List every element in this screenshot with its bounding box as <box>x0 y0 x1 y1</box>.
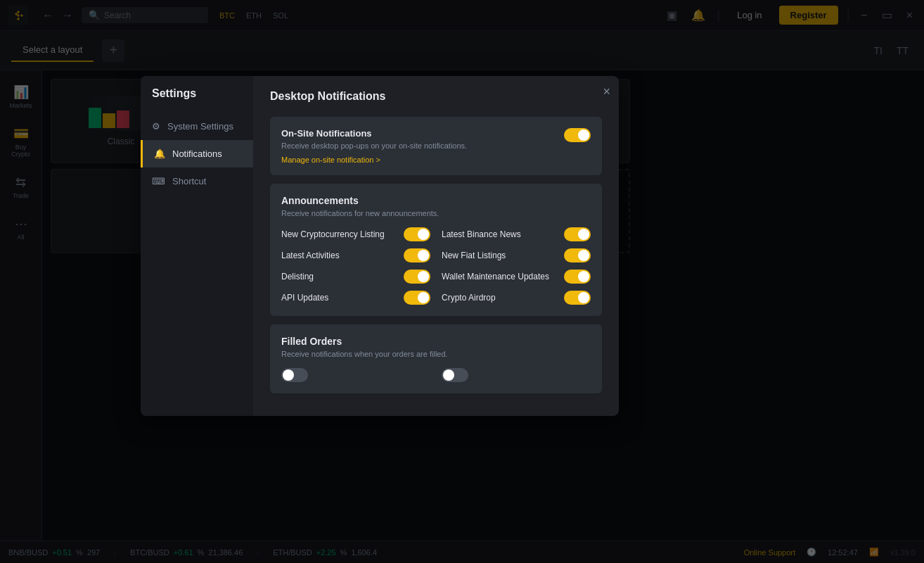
settings-nav-label-notifications: Notifications <box>172 148 222 159</box>
onsite-title: On-Site Notifications <box>281 128 467 139</box>
onsite-toggle-slider <box>564 128 591 142</box>
announcements-desc: Receive notifications for new announceme… <box>281 209 591 217</box>
annc-row-7: Crypto Airdrop <box>442 291 591 305</box>
system-settings-icon: ⚙ <box>152 121 160 132</box>
settings-nav-label-system: System Settings <box>167 121 233 132</box>
annc-row-6: API Updates <box>281 291 430 305</box>
settings-sidebar: ⚙ System Settings 🔔 Notifications ⌨ Shor… <box>141 76 253 416</box>
announcements-grid: New Cryptocurrency Listing Latest Binanc… <box>281 227 591 305</box>
annc-toggle-1[interactable] <box>564 227 591 241</box>
annc-row-4: Delisting <box>281 270 430 284</box>
settings-content-title: Desktop Notifications <box>270 90 602 103</box>
annc-row-0: New Cryptocurrency Listing <box>281 227 430 241</box>
annc-row-2: Latest Activities <box>281 248 430 262</box>
modal-close-button[interactable]: × <box>603 84 610 99</box>
filled-orders-grid <box>281 368 591 382</box>
onsite-desc: Receive desktop pop-ups on your on-site … <box>281 141 467 150</box>
settings-nav-system[interactable]: ⚙ System Settings <box>141 113 253 140</box>
announcements-title: Announcements <box>281 195 591 206</box>
notifications-icon: 🔔 <box>154 148 165 159</box>
annc-label-4: Delisting <box>281 272 314 282</box>
annc-toggle-3[interactable] <box>564 248 591 262</box>
shortcut-icon: ⌨ <box>152 176 165 186</box>
annc-row-5: Wallet Maintenance Updates <box>442 270 591 284</box>
onsite-info: On-Site Notifications Receive desktop po… <box>281 128 467 164</box>
annc-toggle-6[interactable] <box>404 291 430 305</box>
filled-orders-desc: Receive notifications when your orders a… <box>281 350 591 358</box>
filled-toggle-0[interactable] <box>281 368 308 382</box>
onsite-row: On-Site Notifications Receive desktop po… <box>281 128 591 164</box>
onsite-notifications-section: On-Site Notifications Receive desktop po… <box>270 117 602 175</box>
filled-toggle-slider-0 <box>281 368 308 382</box>
annc-label-7: Crypto Airdrop <box>442 293 496 303</box>
annc-toggle-5[interactable] <box>564 270 591 284</box>
filled-orders-title: Filled Orders <box>281 336 591 347</box>
settings-nav-label-shortcut: Shortcut <box>172 176 206 186</box>
annc-label-3: New Fiat Listings <box>442 251 506 260</box>
annc-toggle-7[interactable] <box>564 291 591 305</box>
annc-toggle-slider-6 <box>404 291 430 305</box>
annc-toggle-2[interactable] <box>404 248 430 262</box>
annc-toggle-slider-5 <box>564 270 591 284</box>
annc-toggle-slider-3 <box>564 248 591 262</box>
settings-content: Desktop Notifications On-Site Notificati… <box>253 76 619 416</box>
annc-toggle-0[interactable] <box>404 227 430 241</box>
annc-toggle-slider-2 <box>404 248 430 262</box>
annc-toggle-slider-1 <box>564 227 591 241</box>
annc-row-3: New Fiat Listings <box>442 248 591 262</box>
announcements-section: Announcements Receive notifications for … <box>270 184 602 316</box>
annc-label-1: Latest Binance News <box>442 229 521 239</box>
annc-label-0: New Cryptocurrency Listing <box>281 229 385 239</box>
annc-label-6: API Updates <box>281 293 328 303</box>
annc-label-5: Wallet Maintenance Updates <box>442 272 549 282</box>
annc-label-2: Latest Activities <box>281 251 340 260</box>
settings-nav-notifications[interactable]: 🔔 Notifications <box>141 140 253 167</box>
settings-modal-title: Settings <box>152 87 196 100</box>
annc-toggle-slider-0 <box>404 227 430 241</box>
filled-toggle-1[interactable] <box>442 368 468 382</box>
annc-row-1: Latest Binance News <box>442 227 591 241</box>
filled-row-1 <box>442 368 591 382</box>
annc-toggle-4[interactable] <box>404 270 430 284</box>
annc-toggle-slider-7 <box>564 291 591 305</box>
settings-modal: Settings ⚙ System Settings 🔔 Notificatio… <box>141 76 619 416</box>
settings-nav-shortcut[interactable]: ⌨ Shortcut <box>141 167 253 195</box>
annc-toggle-slider-4 <box>404 270 430 284</box>
onsite-toggle[interactable] <box>564 128 591 142</box>
filled-toggle-slider-1 <box>442 368 468 382</box>
filled-row-0 <box>281 368 430 382</box>
manage-notifications-link[interactable]: Manage on-site notification > <box>281 156 467 164</box>
filled-orders-section: Filled Orders Receive notifications when… <box>270 324 602 393</box>
